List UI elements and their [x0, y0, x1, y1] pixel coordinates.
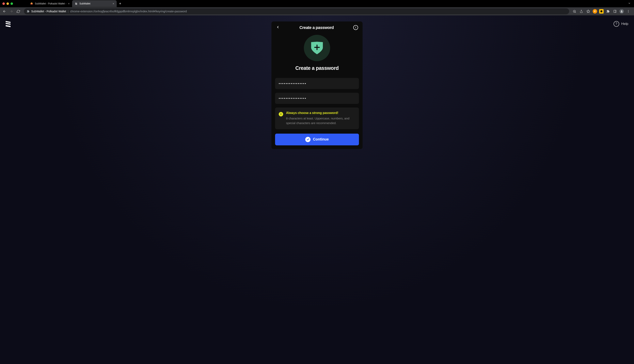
extensions-icon[interactable] [606, 9, 610, 14]
bookmark-star-icon[interactable] [586, 9, 591, 14]
url-divider: | [68, 10, 69, 13]
new-tab-button[interactable]: + [117, 2, 124, 6]
shield-graphic [304, 35, 330, 61]
svg-point-8 [628, 11, 629, 12]
password-hint-box: i Always choose a strong password! 8 cha… [275, 108, 359, 129]
tabs-dropdown-icon[interactable] [625, 2, 634, 6]
url-input[interactable]: SubWallet - Polkadot Wallet | chrome-ext… [24, 8, 569, 14]
extension-icon [27, 10, 30, 13]
close-window-button[interactable] [3, 2, 5, 5]
hint-body: 8 characters at least. Uppercase, number… [286, 116, 355, 126]
confirm-password-input[interactable] [275, 93, 359, 104]
app-logo [6, 21, 11, 28]
tab-title: SubWallet [79, 2, 111, 5]
modal-main-title: Create a password [275, 65, 359, 71]
site-label: SubWallet - Polkadot Wallet [31, 10, 66, 13]
browser-tab-inactive[interactable]: SubWallet - Polkadot Wallet - × [28, 0, 72, 7]
sidepanel-icon[interactable] [612, 9, 617, 14]
svg-point-4 [600, 10, 602, 12]
check-icon [305, 137, 311, 142]
kebab-menu-icon[interactable] [626, 9, 631, 14]
svg-rect-1 [31, 3, 33, 4]
extension-badge-orange[interactable]: P [593, 9, 597, 14]
info-icon[interactable]: i [353, 25, 358, 30]
password-input[interactable] [275, 78, 359, 89]
window-controls [0, 0, 16, 7]
continue-button[interactable]: Continue [275, 134, 359, 145]
share-icon[interactable] [579, 9, 584, 14]
svg-point-7 [628, 10, 629, 11]
create-password-modal: Create a password i Create a password i … [271, 22, 363, 149]
svg-point-9 [628, 12, 629, 12]
favicon-icon [30, 2, 33, 5]
minimize-window-button[interactable] [7, 2, 9, 5]
toolbar-icons: P [572, 9, 632, 14]
close-tab-icon[interactable]: × [68, 2, 70, 5]
app-viewport: ? Help Create a password i Create a pass… [0, 16, 634, 364]
modal-header: Create a password i [275, 25, 359, 30]
svg-marker-3 [587, 10, 590, 13]
tab-bar: SubWallet - Polkadot Wallet - × SubWalle… [28, 0, 124, 7]
tab-title: SubWallet - Polkadot Wallet - [35, 2, 67, 5]
shield-plus-icon [311, 42, 323, 54]
maximize-window-button[interactable] [11, 2, 13, 5]
modal-header-title: Create a password [299, 25, 334, 30]
zoom-icon[interactable] [572, 9, 577, 14]
help-label: Help [621, 22, 628, 26]
reload-button[interactable] [16, 8, 21, 14]
svg-rect-5 [614, 10, 616, 12]
extension-badge-yellow[interactable] [599, 9, 604, 14]
close-tab-icon[interactable]: × [113, 2, 114, 5]
info-badge-icon: i [279, 112, 283, 116]
browser-chrome: SubWallet - Polkadot Wallet - × SubWalle… [0, 0, 634, 16]
url-path: chrome-extension://onhogfjeacnfoofkfgppd… [70, 10, 187, 13]
address-bar: SubWallet - Polkadot Wallet | chrome-ext… [0, 7, 634, 16]
hint-title: Always choose a strong password! [286, 111, 355, 115]
help-icon: ? [613, 21, 619, 27]
favicon-icon [75, 2, 78, 5]
help-button[interactable]: ? Help [613, 21, 628, 27]
profile-avatar[interactable] [619, 9, 624, 14]
continue-label: Continue [313, 137, 329, 142]
forward-button[interactable] [9, 8, 14, 14]
browser-tab-active[interactable]: SubWallet × [72, 0, 117, 7]
back-icon[interactable] [276, 25, 280, 30]
back-button[interactable] [2, 8, 7, 14]
